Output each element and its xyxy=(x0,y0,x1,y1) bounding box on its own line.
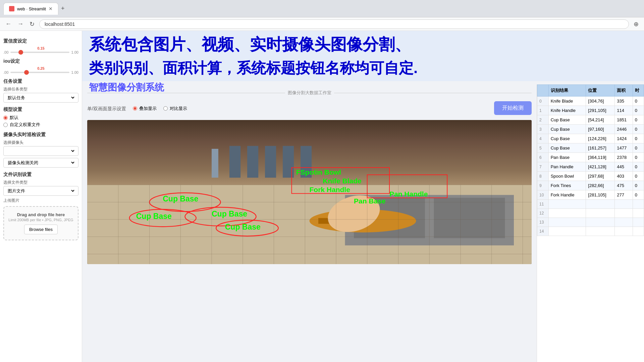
browser-chrome: web · Streamlit ✕ + xyxy=(0,0,644,17)
workspace-label: 图像分割大数据工作室 xyxy=(288,90,331,96)
file-drop-zone[interactable]: Drag and drop file here Limit 200MB per … xyxy=(3,206,78,240)
model-section-title: 模型设置 xyxy=(3,107,78,113)
col-position: 位置 xyxy=(586,85,615,97)
file-type-label: 选择文件类型 xyxy=(3,180,78,185)
file-type-select[interactable]: 图片文件 xyxy=(3,186,78,196)
row-label: Knife Blade xyxy=(548,97,586,106)
row-label: Cup Base xyxy=(548,115,586,125)
row-time xyxy=(633,218,644,227)
row-time: 0 xyxy=(633,190,644,200)
row-label xyxy=(548,209,586,218)
camera-dropdown[interactable] xyxy=(6,148,75,154)
table-row: 3 Cup Base [97,160] 2446 0 xyxy=(537,125,644,134)
results-table: 识别结果 位置 面积 时 0 Knife Blade [304,76] 335 … xyxy=(537,84,644,236)
new-tab-button[interactable]: + xyxy=(61,5,65,12)
model-custom-radio[interactable] xyxy=(3,123,8,127)
detect-button[interactable]: 开始检测 xyxy=(494,101,532,115)
iou-slider-row: .00 1.00 xyxy=(3,70,78,74)
task-section-title: 任务设置 xyxy=(3,78,78,84)
extensions-button[interactable]: ⊕ xyxy=(632,19,640,29)
reload-button[interactable]: ↻ xyxy=(28,19,36,29)
table-row: 14 xyxy=(537,227,644,236)
row-area xyxy=(615,209,633,218)
center-panel: 图像分割大数据工作室 单/双画面显示设置 叠加显示 对比显示 xyxy=(82,84,537,362)
row-position: [304,76] xyxy=(586,97,615,106)
row-time: 0 xyxy=(633,115,644,125)
row-index: 9 xyxy=(537,181,549,190)
row-position: [54,214] xyxy=(586,115,615,125)
confidence-slider[interactable] xyxy=(10,52,69,53)
iou-section-title: iou设定 xyxy=(3,58,78,64)
row-position xyxy=(586,209,615,218)
model-custom-option[interactable]: 自定义权重文件 xyxy=(3,122,78,128)
model-default-option[interactable]: 默认 xyxy=(3,115,78,121)
row-label: Cup Base xyxy=(548,134,586,143)
iou-slider[interactable] xyxy=(10,72,69,73)
workspace-divider: 图像分割大数据工作室 xyxy=(87,90,532,96)
table-row: 4 Cup Base [124,226] 1424 0 xyxy=(537,134,644,143)
col-label: 识别结果 xyxy=(548,85,586,97)
forward-button[interactable]: → xyxy=(16,19,25,29)
row-area: 335 xyxy=(615,97,633,106)
row-label: Fork Tines xyxy=(548,181,586,190)
task-select[interactable]: 默认任务 xyxy=(3,93,78,103)
row-label: Pan Base xyxy=(548,153,586,162)
main-content: 系统包含图片、视频、实时摄像头图像分割、 类别识别、面积计算，系统标题按钮名称均… xyxy=(82,31,644,362)
compare-label: 对比显示 xyxy=(170,106,187,112)
table-row: 13 xyxy=(537,218,644,227)
camera-detect-dropdown[interactable]: 摄像头检测关闭 xyxy=(6,160,75,166)
model-default-label: 默认 xyxy=(10,115,18,121)
camera-detect-toggle[interactable]: 摄像头检测关闭 xyxy=(3,158,78,168)
kitchen-canvas xyxy=(87,120,532,264)
drop-title: Drag and drop file here xyxy=(7,212,74,217)
table-row: 6 Pan Base [364,119] 2378 0 xyxy=(537,153,644,162)
row-area: 2378 xyxy=(615,153,633,162)
back-button[interactable]: ← xyxy=(4,19,13,29)
row-label: Spoon Bowl xyxy=(548,172,586,181)
divider-right xyxy=(334,93,532,93)
row-index: 14 xyxy=(537,227,549,236)
tab-favicon xyxy=(9,6,14,11)
row-label xyxy=(548,200,586,209)
results-tbody: 0 Knife Blade [304,76] 335 0 1 Knife Han… xyxy=(537,97,644,236)
confidence-section-title: 置信度设定 xyxy=(3,38,78,44)
row-index: 1 xyxy=(537,106,549,115)
row-time: 0 xyxy=(633,172,644,181)
camera-select[interactable] xyxy=(3,146,78,156)
table-row: 0 Knife Blade [304,76] 335 0 xyxy=(537,97,644,106)
task-dropdown[interactable]: 默认任务 xyxy=(6,95,75,101)
display-settings: 单/双画面显示设置 叠加显示 对比显示 xyxy=(87,103,187,115)
main-title: 系统包含图片、视频、实时摄像头图像分割、 xyxy=(82,31,644,58)
tab-close-button[interactable]: ✕ xyxy=(49,6,53,11)
row-area: 277 xyxy=(615,190,633,200)
row-index: 12 xyxy=(537,209,549,218)
row-time: 0 xyxy=(633,125,644,134)
row-area: 114 xyxy=(615,106,633,115)
model-default-radio[interactable] xyxy=(3,116,8,120)
model-custom-label: 自定义权重文件 xyxy=(10,122,40,128)
active-tab[interactable]: web · Streamlit ✕ xyxy=(3,3,58,15)
results-panel: 识别结果 位置 面积 时 0 Knife Blade [304,76] 335 … xyxy=(537,84,644,362)
row-index: 5 xyxy=(537,143,549,153)
row-position: [281,105] xyxy=(586,190,615,200)
file-type-dropdown[interactable]: 图片文件 xyxy=(6,188,75,194)
drop-hint: Limit 200MB per file • JPG, PNG, JPEG xyxy=(7,218,74,222)
address-bar[interactable]: localhost:8501 xyxy=(39,19,629,29)
row-area: 475 xyxy=(615,181,633,190)
row-position xyxy=(586,218,615,227)
overlay-display-option[interactable]: 叠加显示 xyxy=(133,106,157,112)
row-label xyxy=(548,227,586,236)
row-area: 445 xyxy=(615,162,633,172)
overlay-radio[interactable] xyxy=(133,106,137,111)
table-row: 2 Cup Base [54,214] 1851 0 xyxy=(537,115,644,125)
row-index: 11 xyxy=(537,200,549,209)
compare-radio[interactable] xyxy=(163,106,168,111)
table-row: 11 xyxy=(537,200,644,209)
tab-bar: web · Streamlit ✕ + xyxy=(3,3,65,15)
row-area xyxy=(615,200,633,209)
divider-left xyxy=(87,93,285,93)
browse-files-button[interactable]: Browse files xyxy=(24,225,58,234)
compare-display-option[interactable]: 对比显示 xyxy=(163,106,187,112)
row-area: 1851 xyxy=(615,115,633,125)
row-position: [297,68] xyxy=(586,172,615,181)
